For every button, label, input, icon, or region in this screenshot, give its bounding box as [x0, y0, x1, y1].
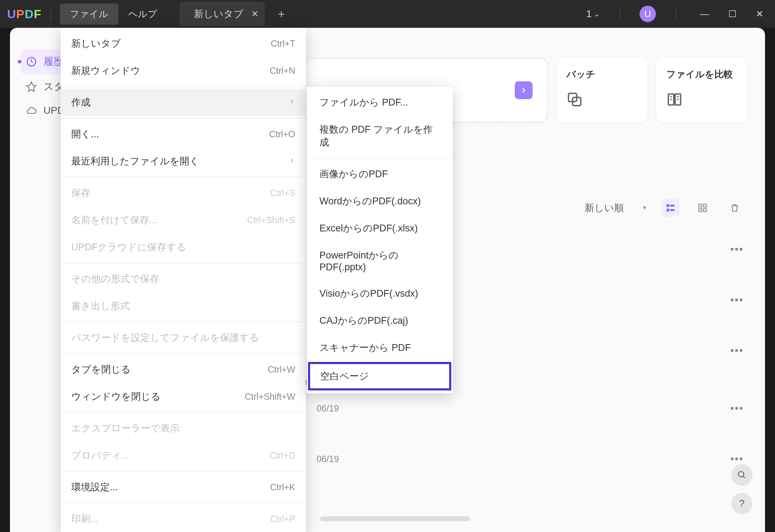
menu-item-label: エクスプローラーで表示: [71, 422, 180, 435]
menu-separator: [61, 177, 306, 177]
svg-rect-14: [703, 204, 706, 207]
submenu-item[interactable]: スキャナーから PDF: [307, 334, 453, 361]
tab-label: 新しいタブ: [194, 7, 243, 20]
menu-item[interactable]: 最近利用したファイルを開く: [61, 148, 306, 175]
menu-item-label: 印刷...: [71, 512, 99, 525]
menu-item-label: 開く...: [71, 128, 99, 140]
star-icon: [26, 81, 37, 92]
more-icon[interactable]: •••: [730, 453, 744, 465]
submenu-item[interactable]: VisioからのPDF(.vsdx): [307, 280, 453, 307]
file-time: 06/19: [317, 454, 339, 464]
submenu-item[interactable]: WordからのPDF(.docx): [307, 188, 453, 215]
menu-item-label: パスワードを設定してファイルを保護する: [71, 331, 259, 344]
svg-point-17: [738, 471, 744, 477]
menu-item: UPDFクラウドに保存する: [61, 234, 306, 261]
more-icon[interactable]: •••: [730, 402, 744, 414]
submenu-item[interactable]: PowerPointからのPDF(.pptx): [307, 242, 453, 280]
submenu-item[interactable]: CAJからのPDF(.caj): [307, 307, 453, 334]
menu-separator: [61, 412, 306, 413]
submenu-item[interactable]: ファイルから PDF...: [307, 89, 453, 116]
maximize-button[interactable]: ☐: [724, 6, 741, 22]
menubar: ファイル ヘルプ: [60, 4, 167, 25]
notification-count[interactable]: 1 ⌄: [586, 8, 600, 20]
menu-item: 書き出し形式: [61, 292, 306, 319]
menu-item[interactable]: 環境設定...Ctrl+K: [61, 474, 306, 501]
help-button[interactable]: ?: [731, 493, 753, 514]
horizontal-scrollbar[interactable]: [320, 516, 470, 521]
menu-shortcut: Ctrl+W: [268, 364, 295, 375]
svg-rect-13: [699, 204, 702, 207]
close-icon[interactable]: ✕: [251, 9, 258, 19]
create-submenu: ファイルから PDF...複数の PDF ファイルを作成画像からのPDFWord…: [307, 87, 453, 393]
menu-shortcut: Ctrl+D: [270, 450, 295, 461]
batch-icon: [566, 91, 583, 108]
menu-shortcut: Ctrl+Shift+S: [247, 215, 295, 225]
close-button[interactable]: ✕: [751, 6, 768, 22]
submenu-item[interactable]: 画像からのPDF: [307, 160, 453, 188]
menu-shortcut: Ctrl+N: [270, 66, 295, 76]
menu-item-label: 最近利用したファイルを開く: [71, 155, 199, 168]
tab-strip: 新しいタブ ✕ ＋: [180, 2, 586, 26]
menu-item[interactable]: ウィンドウを閉じるCtrl+Shift+W: [61, 383, 306, 410]
svg-rect-11: [667, 209, 669, 212]
view-list-button[interactable]: [662, 199, 679, 217]
menu-help[interactable]: ヘルプ: [118, 4, 167, 25]
menu-shortcut: Ctrl+S: [270, 188, 295, 198]
user-avatar[interactable]: U: [640, 6, 656, 22]
file-menu-dropdown: 新しいタブCtrl+T新規ウィンドウCtrl+N作成開く...Ctrl+O最近利…: [61, 28, 306, 532]
menu-item: パスワードを設定してファイルを保護する: [61, 324, 306, 351]
file-row[interactable]: 06/19 •••: [317, 444, 744, 474]
delete-button[interactable]: [726, 199, 744, 217]
svg-rect-16: [703, 209, 706, 211]
minimize-button[interactable]: —: [696, 6, 713, 22]
menu-separator: [61, 471, 306, 471]
menu-shortcut: Ctrl+T: [271, 39, 295, 49]
menu-file[interactable]: ファイル: [60, 4, 118, 25]
chevron-right-icon: [289, 157, 295, 166]
menu-shortcut: Ctrl+Shift+W: [245, 392, 295, 402]
app-logo: UPDF: [7, 7, 42, 21]
separator: [676, 8, 676, 20]
menu-item[interactable]: 作成: [61, 89, 306, 116]
sort-dropdown[interactable]: 新しい順 ▼: [585, 201, 647, 214]
menu-item-label: 書き出し形式: [71, 300, 130, 312]
menu-item-label: ウィンドウを閉じる: [71, 390, 161, 403]
menu-item: プロパティ...Ctrl+D: [61, 442, 306, 469]
menu-separator: [61, 86, 306, 87]
more-icon[interactable]: •••: [730, 294, 744, 306]
card-title: ファイルを比較: [666, 68, 737, 81]
more-icon[interactable]: •••: [730, 243, 744, 255]
tab-new[interactable]: 新しいタブ ✕: [180, 2, 265, 26]
menu-separator: [61, 263, 306, 263]
menu-item-label: 作成: [71, 96, 91, 109]
menu-item-label: UPDFクラウドに保存する: [71, 241, 187, 254]
view-grid-button[interactable]: [694, 199, 712, 217]
menu-item: 保存Ctrl+S: [61, 179, 306, 206]
separator: [620, 8, 620, 20]
search-button[interactable]: [731, 464, 753, 486]
svg-rect-15: [699, 209, 702, 211]
more-icon[interactable]: •••: [730, 344, 744, 357]
add-tab-button[interactable]: ＋: [276, 6, 287, 22]
compare-card[interactable]: ファイルを比較: [656, 58, 747, 122]
menu-item-label: 名前を付けて保存...: [71, 214, 158, 226]
svg-rect-9: [667, 204, 669, 207]
menu-shortcut: Ctrl+K: [270, 482, 295, 492]
menu-separator: [307, 158, 453, 158]
submenu-item[interactable]: ExcelからのPDF(.xlsx): [307, 215, 453, 242]
menu-item[interactable]: 新しいタブCtrl+T: [61, 30, 306, 57]
batch-card[interactable]: バッチ: [556, 58, 647, 122]
list-toolbar: 新しい順 ▼: [585, 199, 744, 217]
menu-item[interactable]: 開く...Ctrl+O: [61, 121, 306, 148]
clock-icon: [26, 56, 37, 67]
menu-item[interactable]: タブを閉じるCtrl+W: [61, 356, 306, 383]
chevron-down-icon: ⌄: [594, 10, 600, 18]
menu-shortcut: Ctrl+P: [270, 514, 295, 524]
card-title: バッチ: [566, 68, 637, 81]
submenu-item[interactable]: 空白ページ: [308, 362, 451, 390]
submenu-item[interactable]: 複数の PDF ファイルを作成: [307, 116, 453, 156]
menu-separator: [61, 322, 306, 322]
menu-item[interactable]: 新規ウィンドウCtrl+N: [61, 57, 306, 84]
chevron-down-icon: ▼: [642, 205, 647, 211]
menu-item-label: 新しいタブ: [71, 37, 121, 50]
